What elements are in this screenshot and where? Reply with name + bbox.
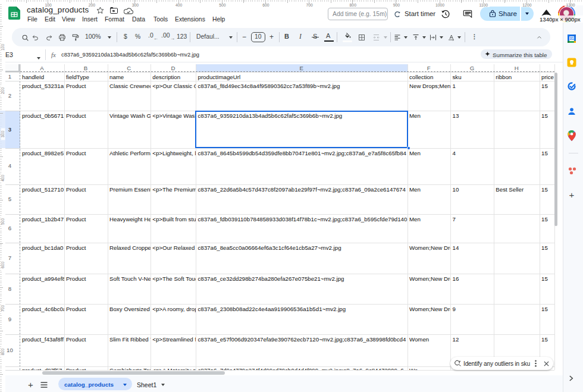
svg-text:31: 31 xyxy=(569,36,574,40)
